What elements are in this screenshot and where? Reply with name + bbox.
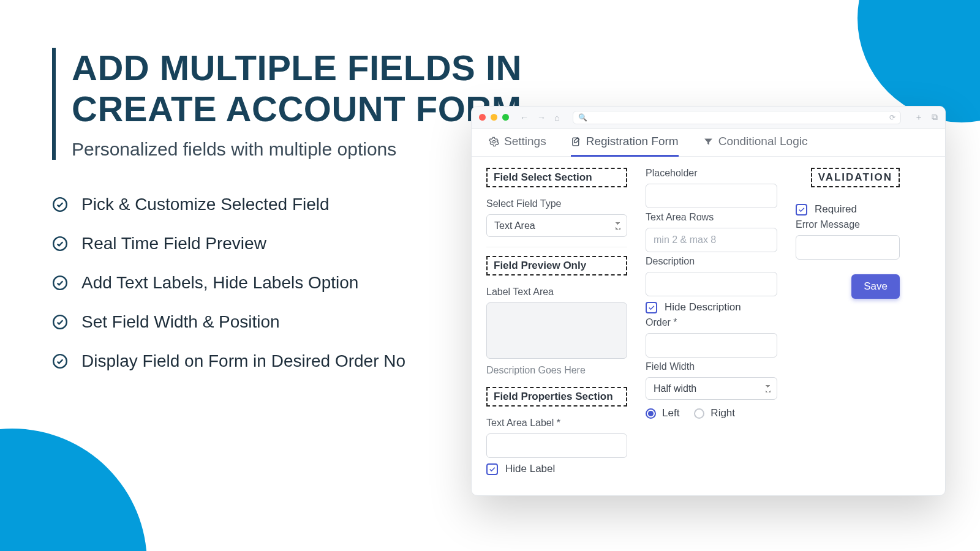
text-area-rows-input[interactable] [646, 228, 777, 252]
hide-description-checkbox[interactable] [646, 302, 657, 313]
section-validation: VALIDATION [811, 168, 900, 187]
form-icon [571, 137, 581, 147]
check-icon [52, 275, 68, 291]
text-area-label-input[interactable] [486, 433, 627, 458]
feature-item: Display Field on Form in Desired Order N… [52, 351, 444, 371]
svg-point-2 [53, 276, 67, 290]
traffic-lights [479, 114, 509, 121]
check-icon [52, 197, 68, 212]
order-input[interactable] [646, 333, 777, 358]
position-right-radio[interactable] [694, 408, 704, 419]
description-input[interactable] [646, 272, 777, 296]
text-area-label-label: Text Area Label * [486, 418, 627, 429]
error-message-input[interactable] [796, 235, 900, 260]
minimize-icon[interactable] [491, 114, 497, 121]
tab-label: Conditional Logic [718, 135, 808, 148]
preview-textarea[interactable] [486, 302, 627, 359]
required-label: Required [815, 203, 857, 216]
tab-conditional-logic[interactable]: Conditional Logic [703, 129, 808, 157]
filter-icon [703, 137, 714, 147]
check-icon [52, 314, 68, 330]
feature-label: Display Field on Form in Desired Order N… [81, 351, 405, 371]
select-field-type[interactable]: Text Area [486, 214, 627, 237]
decorative-blob-bottom-left [0, 429, 147, 551]
svg-point-0 [53, 198, 67, 211]
hide-label-checkbox[interactable] [486, 463, 498, 475]
address-bar[interactable]: 🔍 ⟳ [573, 111, 901, 124]
app-window: ← → ⌂ 🔍 ⟳ ＋ ⧉ Settings Registration Form [471, 106, 946, 496]
maximize-icon[interactable] [502, 114, 509, 121]
svg-point-4 [53, 354, 67, 368]
description-label: Description [646, 256, 777, 267]
required-checkbox[interactable] [796, 204, 807, 216]
tab-settings[interactable]: Settings [489, 129, 546, 157]
position-left-radio[interactable] [646, 408, 656, 419]
feature-label: Add Text Labels, Hide Labels Option [81, 273, 358, 293]
section-field-properties: Field Properties Section [486, 387, 627, 407]
check-icon [52, 353, 68, 369]
position-right-label: Right [710, 407, 735, 419]
placeholder-label: Placeholder [646, 168, 777, 179]
decorative-blob-top-right [858, 0, 980, 122]
hide-description-text: Hide Description [665, 301, 741, 313]
svg-point-1 [53, 237, 67, 250]
field-width-select[interactable]: Half width [646, 377, 777, 400]
feature-item: Real Time Field Preview [52, 234, 444, 253]
window-icon[interactable]: ⧉ [932, 112, 938, 123]
forward-icon[interactable]: → [537, 113, 546, 122]
new-tab-icon[interactable]: ＋ [914, 112, 923, 123]
label-text-area-label: Label Text Area [486, 287, 627, 298]
feature-item: Add Text Labels, Hide Labels Option [52, 273, 444, 293]
select-field-type-label: Select Field Type [486, 198, 627, 209]
feature-label: Real Time Field Preview [81, 234, 266, 253]
browser-chrome: ← → ⌂ 🔍 ⟳ ＋ ⧉ [472, 107, 945, 129]
placeholder-input[interactable] [646, 184, 777, 208]
svg-point-5 [492, 140, 495, 143]
tab-label: Settings [504, 135, 546, 148]
save-button[interactable]: Save [851, 274, 900, 299]
close-icon[interactable] [479, 114, 486, 121]
back-icon[interactable]: ← [520, 113, 529, 122]
position-left-label: Left [662, 407, 679, 419]
divider [486, 247, 627, 247]
hide-label-text: Hide Label [505, 463, 555, 475]
home-icon[interactable]: ⌂ [554, 113, 559, 122]
svg-point-3 [53, 315, 67, 329]
search-icon: 🔍 [578, 113, 587, 122]
feature-label: Set Field Width & Position [81, 312, 280, 332]
tab-label: Registration Form [586, 135, 679, 148]
reload-icon[interactable]: ⟳ [889, 113, 895, 122]
tab-registration-form[interactable]: Registration Form [571, 129, 679, 157]
order-label: Order * [646, 317, 777, 328]
text-area-rows-label: Text Area Rows [646, 212, 777, 223]
check-icon [52, 236, 68, 252]
feature-item: Set Field Width & Position [52, 312, 444, 332]
feature-label: Pick & Customize Selected Field [81, 195, 330, 214]
section-field-preview: Field Preview Only [486, 256, 627, 276]
field-width-label: Field Width [646, 361, 777, 372]
feature-list: Pick & Customize Selected Field Real Tim… [52, 195, 444, 391]
section-field-select: Field Select Section [486, 168, 627, 187]
description-hint: Description Goes Here [486, 365, 627, 376]
error-message-label: Error Message [796, 219, 900, 230]
gear-icon [489, 137, 499, 147]
feature-item: Pick & Customize Selected Field [52, 195, 444, 214]
app-tabs: Settings Registration Form Conditional L… [472, 129, 945, 157]
